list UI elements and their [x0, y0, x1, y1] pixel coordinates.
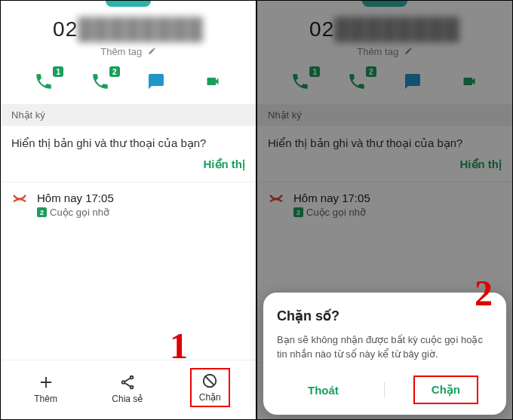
sim-badge-2: 2	[366, 66, 376, 77]
plus-icon	[38, 374, 54, 391]
phone-icon	[34, 72, 54, 91]
block-confirm-dialog: Chặn số? Bạn sẽ không nhận được bất kỳ c…	[263, 293, 506, 415]
message-button[interactable]	[141, 71, 171, 92]
add-tag-label: Thêm tag	[100, 46, 142, 57]
dialog-title: Chặn số?	[277, 308, 493, 324]
phone-number: 02████████	[257, 17, 512, 41]
video-call-button	[454, 71, 484, 92]
phone-icon	[347, 72, 367, 91]
screen-2: 02████████ Thêm tag 1 2 Nhật ký	[256, 0, 513, 420]
call-sim1-button[interactable]: 1	[29, 71, 59, 92]
phone-prefix: 02	[53, 17, 78, 41]
dialog-separator	[384, 382, 385, 397]
phone-number: 02████████	[1, 17, 256, 41]
voicemail-prompt-card: Hiển thị bản ghi và thư thoại của bạn? H…	[1, 126, 256, 182]
call-log-row[interactable]: Hôm nay 17:05 2 Cuộc gọi nhỡ	[1, 182, 256, 227]
missed-call-icon	[268, 192, 284, 211]
sim-badge-1: 1	[309, 66, 320, 77]
log-entry-title: Hôm nay 17:05	[293, 192, 502, 204]
voicemail-prompt-text: Hiển thị bản ghi và thư thoại của bạn?	[268, 136, 502, 150]
video-icon	[459, 74, 480, 89]
log-sim-badge: 2	[37, 207, 47, 217]
voicemail-show-button[interactable]: Hiển thị	[11, 158, 245, 171]
block-button[interactable]: Chặn	[190, 368, 230, 407]
log-section-label: Nhật ký	[1, 104, 256, 126]
add-tag[interactable]: Thêm tag	[1, 46, 256, 57]
dialog-body: Bạn sẽ không nhận được bất kỳ cuộc gọi h…	[277, 333, 493, 362]
add-tag: Thêm tag	[257, 46, 512, 57]
message-icon	[146, 72, 166, 90]
voicemail-prompt-text: Hiển thị bản ghi và thư thoại của bạn?	[11, 136, 245, 150]
call-sim2-button: 2	[342, 71, 372, 92]
contact-actions-row: 1 2	[257, 57, 512, 104]
message-icon	[403, 72, 422, 90]
message-button	[398, 71, 428, 92]
dialog-confirm-button[interactable]: Chặn	[413, 376, 478, 404]
svg-point-0	[130, 376, 133, 379]
phone-icon	[91, 72, 110, 91]
edit-icon	[404, 46, 413, 57]
call-sim1-button: 1	[285, 71, 315, 92]
voicemail-prompt-card: Hiển thị bản ghi và thư thoại của bạn? H…	[257, 126, 512, 182]
call-log-row: Hôm nay 17:05 2 Cuộc gọi nhỡ	[257, 182, 512, 227]
sim-badge-2: 2	[109, 66, 120, 77]
edit-icon	[148, 46, 156, 57]
share-label: Chia sẻ	[112, 394, 143, 404]
log-sim-badge: 2	[293, 207, 303, 217]
voicemail-show-button: Hiển thị	[268, 158, 502, 171]
add-tag-label: Thêm tag	[357, 46, 398, 57]
screen-1: 02████████ Thêm tag 1 2 Nhật ký	[0, 0, 256, 420]
bottom-action-bar: Thêm Chia sẻ Chặn	[1, 360, 256, 419]
sim-badge-1: 1	[53, 66, 63, 77]
block-icon	[201, 372, 218, 389]
contact-actions-row: 1 2	[1, 57, 256, 104]
phone-blurred: ████████	[78, 17, 204, 41]
phone-blurred: ████████	[334, 17, 460, 41]
share-button[interactable]: Chia sẻ	[104, 371, 150, 407]
avatar	[106, 1, 151, 7]
svg-point-2	[130, 386, 133, 389]
phone-prefix: 02	[309, 17, 334, 41]
add-label: Thêm	[34, 394, 57, 404]
svg-point-1	[121, 381, 124, 384]
video-call-button[interactable]	[198, 71, 228, 92]
phone-icon	[290, 72, 310, 91]
add-button[interactable]: Thêm	[26, 371, 65, 407]
log-entry-subtitle: Cuộc gọi nhỡ	[306, 207, 366, 218]
log-section-label: Nhật ký	[257, 104, 512, 126]
missed-call-icon	[11, 192, 28, 211]
avatar	[362, 1, 407, 7]
call-sim2-button[interactable]: 2	[85, 71, 115, 92]
video-icon	[202, 74, 223, 89]
dialog-cancel-button[interactable]: Thoát	[291, 378, 355, 403]
log-entry-title: Hôm nay 17:05	[37, 192, 245, 204]
log-entry-subtitle: Cuộc gọi nhỡ	[50, 207, 109, 218]
block-label: Chặn	[199, 392, 221, 403]
share-icon	[119, 374, 136, 391]
